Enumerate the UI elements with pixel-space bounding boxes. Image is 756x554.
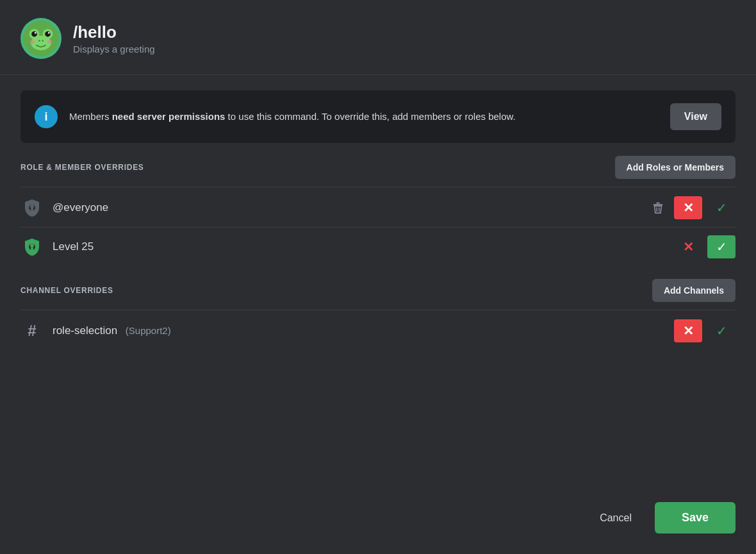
channel-section-header: CHANNEL OVERRIDES Add Channels	[21, 279, 735, 302]
everyone-shield-icon	[21, 196, 44, 219]
info-icon: i	[35, 105, 58, 128]
info-banner: i Members need server permissions to use…	[21, 90, 735, 143]
role-member-overrides-section: ROLE & MEMBER OVERRIDES Add Roles or Mem…	[21, 156, 735, 266]
svg-point-9	[42, 40, 44, 42]
hashtag-icon: #	[21, 319, 44, 342]
svg-rect-14	[656, 203, 660, 204]
svg-point-4	[31, 31, 37, 37]
everyone-name: @everyone	[53, 201, 638, 214]
level25-name: Level 25	[53, 240, 665, 253]
footer: Cancel Save	[0, 489, 756, 554]
channel-overrides-section: CHANNEL OVERRIDES Add Channels # role-se…	[21, 279, 735, 350]
svg-rect-19	[31, 248, 33, 250]
level25-deny-button[interactable]: ✕	[674, 235, 702, 258]
level25-row: Level 25 ✕ ✓	[21, 228, 735, 266]
divider-top	[21, 187, 735, 187]
svg-rect-15	[653, 205, 663, 206]
channel-name: role-selection (Support2)	[53, 324, 665, 337]
command-name: /hello	[73, 22, 155, 42]
command-header: /hello Displays a greeting	[0, 0, 756, 75]
frog-icon	[23, 21, 59, 56]
svg-point-6	[35, 32, 37, 34]
everyone-allow-button[interactable]: ✓	[707, 196, 735, 219]
svg-point-7	[48, 32, 50, 34]
channel-allow-button[interactable]: ✓	[707, 319, 735, 342]
everyone-delete-button[interactable]	[647, 198, 669, 217]
add-channels-button[interactable]: Add Channels	[652, 279, 735, 302]
level25-actions: ✕ ✓	[674, 235, 735, 258]
channel-divider	[21, 310, 735, 310]
svg-point-5	[45, 31, 51, 37]
everyone-deny-button[interactable]: ✕	[674, 196, 702, 219]
svg-point-11	[47, 40, 53, 44]
svg-point-8	[38, 40, 40, 42]
content-area: i Members need server permissions to use…	[0, 75, 756, 489]
role-selection-row: # role-selection (Support2) ✕ ✓	[21, 312, 735, 350]
avatar	[21, 18, 62, 59]
svg-rect-13	[31, 208, 33, 211]
everyone-row: @everyone ✕ ✓	[21, 189, 735, 228]
everyone-actions: ✕ ✓	[647, 196, 735, 219]
channel-section-label: CHANNEL OVERRIDES	[21, 286, 113, 295]
role-section-label: ROLE & MEMBER OVERRIDES	[21, 163, 144, 172]
role-section-header: ROLE & MEMBER OVERRIDES Add Roles or Mem…	[21, 156, 735, 179]
cancel-button[interactable]: Cancel	[588, 505, 643, 532]
level25-allow-button[interactable]: ✓	[707, 235, 735, 258]
channel-actions: ✕ ✓	[674, 319, 735, 342]
add-roles-members-button[interactable]: Add Roles or Members	[615, 156, 735, 179]
save-button[interactable]: Save	[655, 502, 735, 533]
view-button[interactable]: View	[670, 103, 721, 130]
channel-deny-button[interactable]: ✕	[674, 319, 702, 342]
command-description: Displays a greeting	[73, 44, 155, 55]
modal: /hello Displays a greeting i Members nee…	[0, 0, 756, 554]
level25-shield-icon	[21, 235, 44, 258]
svg-point-10	[29, 40, 35, 44]
info-text: Members need server permissions to use t…	[69, 110, 659, 124]
header-text: /hello Displays a greeting	[73, 22, 155, 55]
channel-sub: (Support2)	[126, 325, 171, 336]
